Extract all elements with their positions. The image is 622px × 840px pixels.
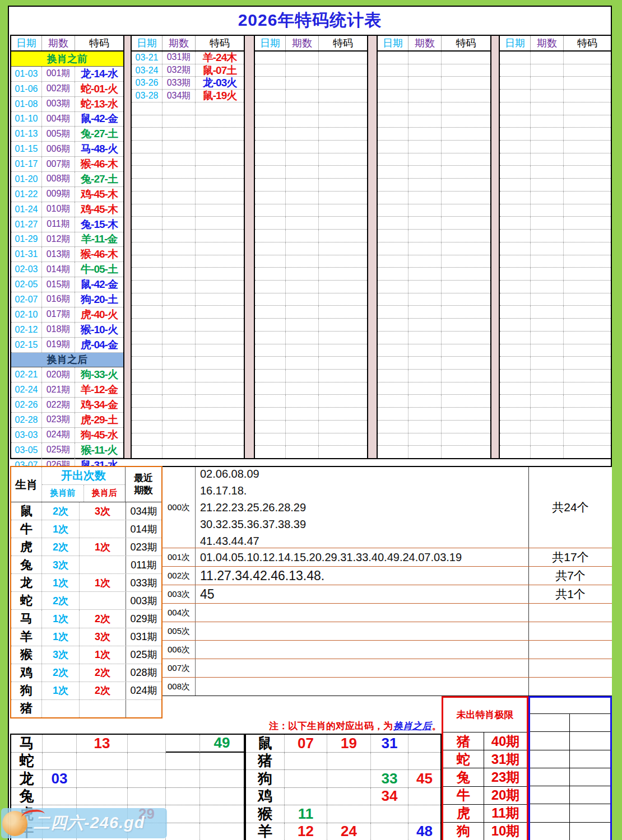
draw-row [500,281,611,293]
draw-row [255,382,367,395]
date-cell: 01-29 [11,232,42,247]
frequency-numbers-line: 02.06.08.09 [200,465,528,482]
code-cell [319,319,367,331]
period-cell: 022期 [42,398,75,412]
draw-row [255,446,367,458]
draw-row [132,115,244,128]
period-cell [286,332,319,344]
period-cell [531,230,564,242]
stats-header-recent-line2: 期数 [134,484,153,497]
draw-row [255,319,367,332]
code-cell [564,395,611,407]
draw-row [500,230,611,242]
code-cell [442,332,490,344]
note-prefix: 注：以下生肖的对应出码，为 [269,720,393,732]
stats-after-cell: 2次 [80,664,126,682]
date-cell [132,433,163,446]
group-header-row: 日期期数特码 [132,36,244,52]
stats-before-cell: 1次 [42,628,80,646]
stats-header: 生肖开出次数换肖前换肖后最近期数 [11,467,161,502]
code-cell [442,281,490,293]
code-cell [196,293,244,306]
code-cell [564,204,611,217]
code-cell [442,52,490,64]
stats-before-cell: 3次 [42,556,80,573]
bottom-zodiac-cell: 龙 [11,770,43,787]
code-cell [196,115,244,128]
period-cell [531,370,564,382]
bottom-row: 鸡34 [246,788,440,806]
period-cell: 033期 [163,77,196,89]
period-cell [163,141,196,153]
draw-row [378,370,490,382]
period-cell [409,166,442,178]
draw-row [500,344,611,357]
code-cell [442,433,490,446]
code-cell: 龙-03火 [196,77,244,89]
date-cell [378,332,409,344]
period-cell [286,230,319,242]
code-cell: 虎-04-金 [75,338,123,352]
limit-row: 牛20期 [443,787,527,805]
bottom-zodiac-cell: 马 [11,735,43,752]
code-cell: 鼠-07土 [196,64,244,77]
code-cell [442,408,490,420]
blue-box-cell [570,750,610,768]
stats-before-cell: 1次 [42,682,80,699]
period-cell [409,179,442,191]
date-cell [255,357,286,369]
period-cell [286,357,319,369]
code-cell [319,357,367,369]
bottom-number-cell [166,805,200,823]
draw-row [255,204,367,217]
period-cell [531,319,564,331]
date-cell [255,433,286,446]
date-cell [378,293,409,306]
code-cell [564,281,611,293]
date-cell [500,293,531,306]
draw-row [255,166,367,179]
date-cell [255,179,286,191]
period-cell [409,408,442,420]
code-cell: 鼠-42-金 [75,112,123,127]
bottom-zodiac-cell: 猪 [246,753,285,770]
draw-row: 01-15006期马-48-火 [11,142,123,157]
date-cell [500,332,531,344]
code-cell [196,433,244,446]
bottom-number-cell [409,805,440,823]
column-header-period: 期数 [531,36,564,50]
date-cell [255,255,286,268]
stats-header-sub: 换肖前换肖后 [42,485,125,502]
date-cell [132,115,163,128]
date-cell: 01-17 [11,157,42,171]
period-cell [531,281,564,293]
blue-box-row [530,768,610,786]
period-cell [163,319,196,331]
stats-header-before: 换肖前 [42,485,84,502]
column-header-date: 日期 [132,36,163,50]
draw-row: 01-22009期鸡-45-木 [11,187,123,202]
stats-after-cell: 2次 [80,610,126,627]
date-cell [500,370,531,382]
draw-row [255,192,367,204]
draw-row [378,293,490,306]
date-cell [500,319,531,331]
period-cell [286,217,319,229]
code-cell [196,230,244,242]
draw-row [500,357,611,370]
stats-row: 兔3次011期 [11,556,161,574]
period-cell: 011期 [42,217,75,232]
code-cell [442,446,490,458]
draw-row [132,128,244,141]
code-cell [319,153,367,166]
date-cell [255,153,286,166]
draw-row: 03-21031期羊-24木 [132,52,244,64]
draw-row [255,306,367,319]
code-cell: 兔-27-土 [75,127,123,141]
group-rows [255,52,367,458]
blue-box-cell [570,732,610,749]
draw-row [132,141,244,153]
code-cell [196,179,244,191]
frequency-row: 008次 [163,678,612,696]
stats-after-cell [80,700,126,717]
